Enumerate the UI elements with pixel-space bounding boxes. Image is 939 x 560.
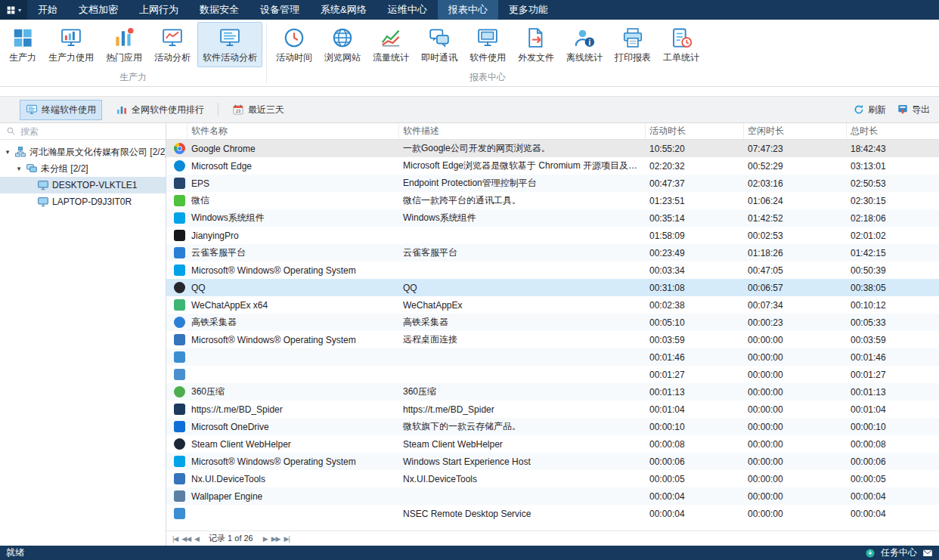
app-menu-button[interactable]: ▾: [0, 0, 27, 20]
cell-software-name: Steam Client WebHelper: [187, 439, 399, 450]
column-header-idle-duration[interactable]: 空闲时长: [744, 123, 847, 139]
menu-item-report-center[interactable]: 报表中心: [438, 0, 498, 20]
ribbon-button-label: 外发文件: [518, 51, 554, 64]
tree-item-laptop-d9j3it0r[interactable]: LAPTOP-D9J3IT0R: [0, 193, 166, 210]
caret-down-icon[interactable]: ▾: [15, 165, 23, 172]
cell-software-name: 高铁采集器: [187, 316, 399, 329]
cell-software-desc: 云雀客服平台: [399, 246, 646, 259]
table-row[interactable]: WeChatAppEx x64WeChatAppEx00:02:3800:07:…: [166, 296, 939, 314]
spider-icon: [174, 404, 185, 415]
refresh-button[interactable]: 刷新: [853, 104, 886, 116]
table-row[interactable]: EPSEndpoint Protection管理控制平台00:47:3702:0…: [166, 175, 939, 192]
table-row[interactable]: Microsoft OneDrive微软旗下的一款云存储产品。00:00:100…: [166, 418, 939, 435]
table-row[interactable]: Microsoft EdgeMicrosoft Edge浏览器是微软基于 Chr…: [166, 157, 939, 175]
table-row[interactable]: JianyingPro01:58:0900:02:5302:01:02: [166, 227, 939, 244]
cell-active-duration: 00:05:10: [646, 317, 744, 328]
tree-item-desktop-vlktle1[interactable]: DESKTOP-VLKTLE1: [0, 177, 166, 193]
cell-software-name: Wallpaper Engine: [187, 491, 399, 502]
row-icon-cell: [166, 456, 187, 467]
ribbon-button-software-usage[interactable]: 软件使用: [464, 22, 511, 67]
ribbon-button-label: 活动分析: [154, 51, 191, 64]
pager-prev-group-icon[interactable]: ◀◀: [181, 535, 191, 543]
table-row[interactable]: Windows系统组件Windows系统组件00:35:1401:42:5202…: [166, 209, 939, 227]
column-header-software-desc[interactable]: 软件描述: [399, 123, 646, 139]
ribbon-button-print-report[interactable]: 打印报表: [609, 22, 656, 67]
tree-item-ungrouped[interactable]: ▾未分组 [2/2]: [0, 160, 166, 177]
task-center-button[interactable]: 任务中心: [881, 546, 917, 559]
table-row[interactable]: Microsoft® Windows® Operating SystemWind…: [166, 453, 939, 470]
search-input[interactable]: [20, 126, 160, 137]
table-row[interactable]: 微信微信一款跨平台的通讯工具。01:23:5101:06:2402:30:15: [166, 192, 939, 209]
export-button[interactable]: 导出: [897, 104, 930, 116]
ribbon-button-software-activity-analysis[interactable]: 软件活动分析: [197, 22, 262, 67]
table-row[interactable]: 00:01:2700:00:0000:01:27: [166, 366, 939, 383]
table-row[interactable]: 360压缩360压缩00:01:1300:00:0000:01:13: [166, 383, 939, 401]
windows-icon: [174, 212, 185, 224]
tab-terminal-software-usage[interactable]: 终端软件使用: [20, 100, 102, 120]
tab-label: 全网软件使用排行: [132, 104, 204, 116]
ribbon-button-ticket-stats[interactable]: 工单统计: [658, 22, 705, 67]
ribbon-button-hot-apps[interactable]: 热门应用: [101, 22, 147, 67]
caret-down-icon[interactable]: ▾: [4, 148, 11, 156]
nx-devicetools-icon: [174, 473, 185, 484]
table-row[interactable]: Wallpaper Engine00:00:0400:00:0000:00:04: [166, 487, 939, 505]
pager-next-group-icon[interactable]: ▶▶: [271, 535, 280, 543]
table-row[interactable]: 云雀客服平台云雀客服平台00:23:4901:18:2601:42:15: [166, 244, 939, 261]
ribbon-button-outgoing-files[interactable]: 外发文件: [513, 22, 559, 67]
table-row[interactable]: 00:01:4600:00:0000:01:46: [166, 348, 939, 366]
table-row[interactable]: Nx.UI.DeviceToolsNx.UI.DeviceTools00:00:…: [166, 470, 939, 487]
menu-item-start[interactable]: 开始: [27, 0, 68, 20]
cell-total-duration: 02:30:15: [847, 196, 939, 206]
ribbon-button-instant-messaging[interactable]: 即时通讯: [416, 22, 463, 67]
wallpaper-engine-icon: [174, 490, 185, 502]
tab-last-three-days[interactable]: 23最近三天: [226, 100, 290, 120]
table-row[interactable]: NSEC Remote Desktop Service00:00:0400:00…: [166, 505, 939, 522]
row-icon-cell: [166, 178, 187, 189]
pager-record-label: 记录 1 of 26: [209, 533, 253, 544]
menu-item-doc-encryption[interactable]: 文档加密: [68, 0, 129, 20]
pager-next-icon[interactable]: ▶: [263, 535, 268, 543]
table-row[interactable]: Google Chrome一款Google公司开发的网页浏览器。10:55:20…: [166, 140, 939, 157]
ribbon-button-activity-analysis[interactable]: 活动分析: [149, 22, 196, 67]
column-header-active-duration[interactable]: 活动时长: [646, 123, 744, 139]
ribbon-button-offline-stats[interactable]: i离线统计: [561, 22, 608, 67]
pager-prev-icon[interactable]: ◀: [194, 535, 199, 543]
menu-item-web-behavior[interactable]: 上网行为: [129, 0, 189, 20]
cell-software-name: JianyingPro: [187, 230, 399, 241]
column-header-total-duration[interactable]: 总时长: [847, 123, 939, 139]
cell-software-desc: Microsoft Edge浏览器是微软基于 Chromium 开源项目及其他开…: [399, 159, 646, 172]
table-row[interactable]: Steam Client WebHelperSteam Client WebHe…: [166, 435, 939, 453]
menu-item-more-features[interactable]: 更多功能: [498, 0, 559, 20]
pager-last-icon[interactable]: ▶|: [284, 535, 290, 543]
menu-item-device-management[interactable]: 设备管理: [249, 0, 310, 20]
cell-total-duration: 00:05:33: [847, 317, 939, 328]
ribbon-button-browse-websites[interactable]: 浏览网站: [319, 22, 366, 67]
cell-idle-duration: 00:02:53: [744, 230, 847, 241]
tree-item-company[interactable]: ▾河北瀚星辰文化传媒有限公司 [2/2]: [0, 144, 166, 160]
terminal-icon: [37, 196, 49, 208]
column-header-software-name[interactable]: 软件名称: [187, 123, 399, 139]
menu-item-system-network[interactable]: 系统&网络: [310, 0, 377, 20]
cell-active-duration: 00:00:05: [646, 474, 744, 484]
ribbon-button-label: 活动时间: [276, 51, 312, 64]
ribbon-button-productivity[interactable]: 生产力: [4, 22, 42, 67]
tab-network-software-rank[interactable]: 全网软件使用排行: [110, 100, 210, 120]
cell-software-desc: Steam Client WebHelper: [399, 439, 646, 450]
row-icon-cell: [166, 473, 187, 484]
ribbon-button-productivity-usage[interactable]: 生产力使用: [43, 22, 99, 67]
cell-software-name: Microsoft® Windows® Operating System: [187, 335, 399, 345]
table-row[interactable]: https://t.me/BD_Spiderhttps://t.me/BD_Sp…: [166, 401, 939, 418]
mail-icon[interactable]: [922, 548, 933, 558]
terminal-usage-icon: [26, 104, 38, 116]
menu-item-ops-center[interactable]: 运维中心: [377, 0, 438, 20]
table-row[interactable]: 高铁采集器高铁采集器00:05:1000:00:2300:05:33: [166, 314, 939, 331]
table-row[interactable]: Microsoft® Windows® Operating System00:0…: [166, 261, 939, 279]
table-row[interactable]: Microsoft® Windows® Operating System远程桌面…: [166, 331, 939, 348]
ribbon-button-activity-time[interactable]: 活动时间: [271, 22, 318, 67]
table-row[interactable]: QQQQ00:31:0800:06:5700:38:05: [166, 279, 939, 296]
pager-first-icon[interactable]: |◀: [172, 535, 178, 543]
menu-item-data-security[interactable]: 数据安全: [189, 0, 249, 20]
cell-idle-duration: 00:00:00: [744, 387, 847, 398]
cell-idle-duration: 07:47:23: [744, 144, 847, 154]
ribbon-button-traffic-stats[interactable]: 流量统计: [367, 22, 414, 67]
